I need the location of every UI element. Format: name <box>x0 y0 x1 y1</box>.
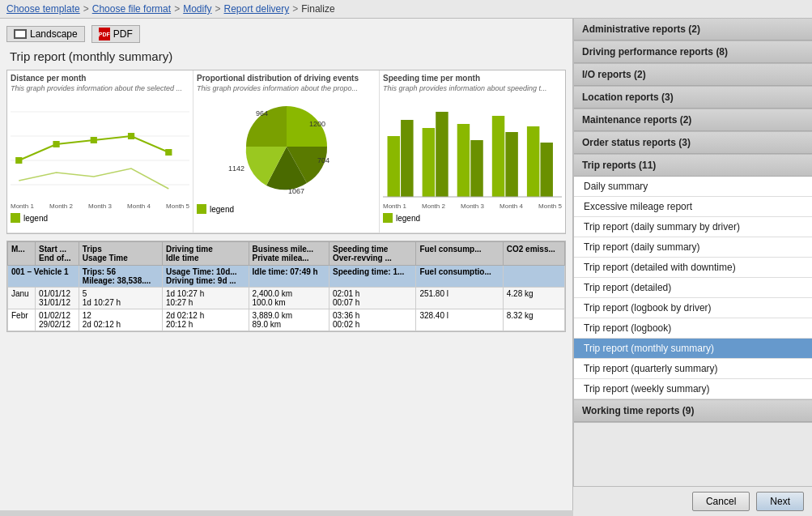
trips-feb: 122d 02:12 h <box>79 309 162 331</box>
col-fuel: Fuel consump... <box>416 242 503 266</box>
speeding-jan: 02:01 h00:07 h <box>329 288 416 309</box>
section-location-header[interactable]: Location reports (3) <box>574 87 812 109</box>
pdf-button[interactable]: PDF PDF <box>91 25 140 43</box>
month-jan: Janu <box>8 288 36 309</box>
pie-chart-legend: legend <box>197 204 376 214</box>
table-row: Febr 01/02/1229/02/12 122d 02:12 h 2d 02… <box>8 309 565 331</box>
bar-chart-panel: Speeding time per month This graph provi… <box>380 70 565 232</box>
line-chart-x-labels: Month 1Month 2Month 3Month 4Month 5 <box>11 203 189 210</box>
section-io-header[interactable]: I/O reports (2) <box>574 64 812 86</box>
section-location: Location reports (3) <box>574 87 812 109</box>
fuel-jan: 251.80 l <box>416 288 503 309</box>
sidebar: Administrative reports (2) Driving perfo… <box>573 19 812 510</box>
section-driving-header[interactable]: Driving performance reports (8) <box>574 41 812 63</box>
sidebar-item-quarterly[interactable]: Trip report (quarterly summary) <box>574 359 812 379</box>
landscape-button[interactable]: Landscape <box>6 26 85 42</box>
mileage-jan: 2,400.0 km100.0 km <box>249 288 329 309</box>
section-driving: Driving performance reports (8) <box>574 41 812 64</box>
sidebar-item-weekly[interactable]: Trip report (weekly summary) <box>574 379 812 399</box>
dates-feb: 01/02/1229/02/12 <box>36 309 79 331</box>
dates-jan: 01/01/1231/01/12 <box>36 288 79 309</box>
report-table: M... Start ...End of... TripsUsage Time … <box>7 241 565 331</box>
bottom-bar: Cancel Next <box>573 486 812 516</box>
section-working: Working time reports (9) <box>574 400 812 423</box>
section-admin: Administrative reports (2) <box>574 19 812 41</box>
pie-chart-panel: Proportional distribution of driving eve… <box>193 70 380 232</box>
svg-rect-23 <box>540 143 552 197</box>
bar-chart-x-labels: Month 1Month 2Month 3Month 4Month 5 <box>383 203 562 210</box>
section-order: Order status reports (3) <box>574 132 812 155</box>
vehicle-co2 <box>503 266 564 288</box>
legend-box <box>383 213 393 223</box>
bar-chart-title: Speeding time per month <box>383 74 562 83</box>
preview-area: Distance per month This graph provides i… <box>6 70 566 234</box>
vehicle-speeding: Speeding time: 1... <box>329 266 416 288</box>
cancel-button[interactable]: Cancel <box>692 492 750 511</box>
pie-chart-subtitle: This graph provides information about th… <box>197 84 376 92</box>
pie-chart: 1200 704 1067 1142 964 <box>197 96 376 201</box>
svg-rect-20 <box>492 116 504 197</box>
section-order-header[interactable]: Order status reports (3) <box>574 132 812 154</box>
breadcrumb-modify[interactable]: Modify <box>183 3 211 15</box>
section-trip: Trip reports (11) Daily summary Excessiv… <box>574 155 812 400</box>
driving-jan: 1d 10:27 h10:27 h <box>162 288 249 309</box>
breadcrumb-bar: Choose template > Choose file format > M… <box>0 0 812 19</box>
vehicle-fuel: Fuel consumptio... <box>416 266 503 288</box>
pie-chart-title: Proportional distribution of driving eve… <box>197 74 376 83</box>
sidebar-item-detailed-downtime[interactable]: Trip report (detailed with downtime) <box>574 258 812 278</box>
pdf-label: PDF <box>113 28 133 40</box>
month-feb: Febr <box>8 309 36 331</box>
section-io: I/O reports (2) <box>574 64 812 87</box>
landscape-label: Landscape <box>30 28 78 40</box>
col-trips-usage: TripsUsage Time <box>79 242 162 266</box>
svg-text:1200: 1200 <box>309 120 325 128</box>
charts-row: Distance per month This graph provides i… <box>7 70 565 233</box>
sidebar-item-excessive-mileage[interactable]: Excessive mileage report <box>574 197 812 217</box>
vehicle-row: 001 – Vehicle 1 Trips: 56Mileage: 38,538… <box>8 266 565 288</box>
table-area: M... Start ...End of... TripsUsage Time … <box>6 241 566 332</box>
line-chart-panel: Distance per month This graph provides i… <box>7 70 193 232</box>
sidebar-item-daily-by-driver[interactable]: Trip report (daily summary by driver) <box>574 217 812 237</box>
svg-text:704: 704 <box>317 156 329 164</box>
svg-rect-16 <box>423 128 435 197</box>
sidebar-item-logbook[interactable]: Trip report (logbook) <box>574 318 812 339</box>
pdf-icon: PDF <box>99 28 110 41</box>
vehicle-usage-driving: Usage Time: 10d...Driving time: 9d ... <box>162 266 249 288</box>
line-chart-subtitle: This graph provides information about th… <box>11 84 189 92</box>
col-driving-idle: Driving timeIdle time <box>162 242 249 266</box>
svg-rect-17 <box>436 112 448 197</box>
section-trip-header[interactable]: Trip reports (11) <box>574 155 812 177</box>
section-admin-header[interactable]: Administrative reports (2) <box>574 19 812 41</box>
breadcrumb-delivery[interactable]: Report delivery <box>224 3 290 15</box>
driving-feb: 2d 02:12 h20:12 h <box>162 309 249 331</box>
breadcrumb-choose-template[interactable]: Choose template <box>6 3 80 15</box>
sidebar-item-monthly-summary[interactable]: Trip report (monthly summary) <box>574 339 812 359</box>
content-area: Landscape PDF PDF Trip report (monthly s… <box>0 19 573 510</box>
svg-rect-5 <box>53 141 59 147</box>
breadcrumb-choose-format[interactable]: Choose file format <box>92 3 171 15</box>
speeding-feb: 03:36 h00:02 h <box>329 309 416 331</box>
legend-box <box>11 213 20 223</box>
svg-text:1067: 1067 <box>288 187 304 195</box>
svg-rect-8 <box>165 149 172 156</box>
svg-rect-22 <box>527 126 539 197</box>
report-title: Trip report (monthly summary) <box>6 49 566 63</box>
landscape-icon <box>14 29 27 39</box>
table-row: Janu 01/01/1231/01/12 51d 10:27 h 1d 10:… <box>8 288 565 309</box>
sidebar-item-daily-summary[interactable]: Daily summary <box>574 177 812 197</box>
svg-rect-18 <box>457 124 470 197</box>
sidebar-item-detailed[interactable]: Trip report (detailed) <box>574 278 812 298</box>
col-business-private: Business mile...Private milea... <box>249 242 329 266</box>
breadcrumb-finalize: Finalize <box>301 3 334 15</box>
sidebar-item-logbook-driver[interactable]: Trip report (logbook by driver) <box>574 298 812 318</box>
section-working-header[interactable]: Working time reports (9) <box>574 400 812 422</box>
next-button[interactable]: Next <box>756 492 804 511</box>
col-start-end: Start ...End of... <box>36 242 79 266</box>
section-maintenance: Maintenance reports (2) <box>574 109 812 132</box>
svg-rect-4 <box>15 157 22 164</box>
section-maintenance-header[interactable]: Maintenance reports (2) <box>574 109 812 131</box>
legend-box <box>197 204 206 214</box>
svg-rect-15 <box>401 120 413 197</box>
sidebar-item-daily[interactable]: Trip report (daily summary) <box>574 237 812 258</box>
line-chart-legend: legend <box>11 213 189 223</box>
